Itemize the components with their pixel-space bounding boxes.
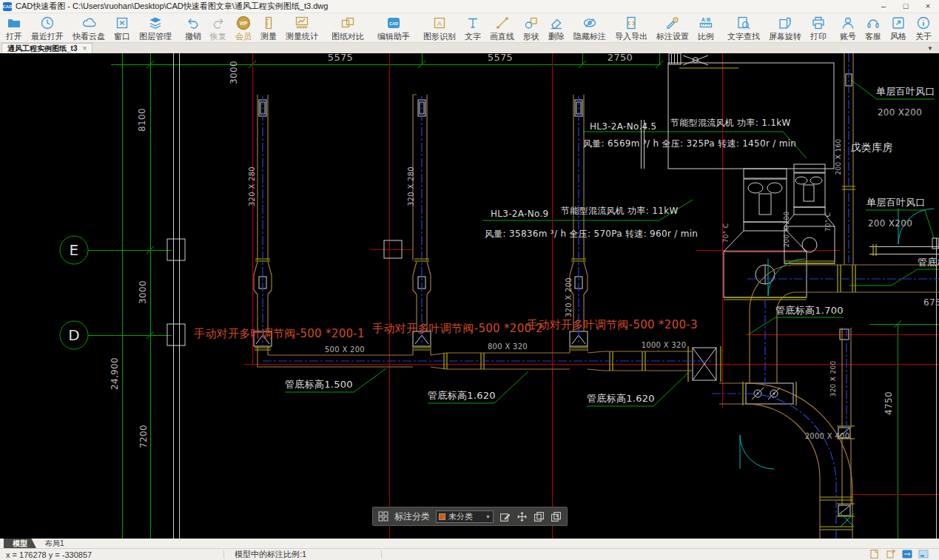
statusbar-export-icon[interactable] xyxy=(886,549,896,560)
tab-overflow-button[interactable]: ▼ xyxy=(927,45,933,52)
tab-model[interactable]: 模型 xyxy=(4,539,36,548)
cad-text: 风量: 6569m ³/ h 全压: 325Pa 转速: 1450r / min xyxy=(583,138,796,149)
print-icon xyxy=(811,14,826,31)
clock-icon xyxy=(40,14,55,31)
toolbar-button-ruler[interactable]: 测量 xyxy=(256,13,281,42)
hide-annotations-icon xyxy=(582,14,597,31)
text-icon xyxy=(465,14,480,31)
tab-close-icon[interactable]: × xyxy=(82,44,87,53)
toolbar-button-label: 文字查找 xyxy=(727,31,760,41)
toolbar-button-hide-annotations[interactable]: 隐藏标注 xyxy=(569,13,610,42)
toolbar-button-cad-assistant[interactable]: CAD编辑助手 xyxy=(373,13,414,42)
undo-icon xyxy=(186,14,201,31)
cad-text: 70° C xyxy=(722,223,730,243)
cad-text-layer: 55755575275030008100300024,9007200ED320 … xyxy=(68,53,939,448)
duplicate-annotation-button[interactable] xyxy=(551,511,562,522)
cad-text: 节能型混流风机 功率: 1.1kW xyxy=(670,118,791,128)
copy-annotation-button[interactable] xyxy=(534,511,545,522)
toolbar-button-shapes[interactable]: 形状 xyxy=(519,13,544,42)
ruler-icon xyxy=(261,14,276,31)
toolbar-button-label: 删除 xyxy=(548,31,565,41)
app-logo-icon: CAD xyxy=(3,2,12,11)
drawing-canvas[interactable]: 55755575275030008100300024,9007200ED320 … xyxy=(0,53,939,539)
toolbar-button-annotation-settings[interactable]: 标注设置 xyxy=(652,13,693,42)
cad-text: 节能型混流风机 功率: 11kW xyxy=(561,206,679,216)
scale-icon: A:B xyxy=(699,14,713,31)
draw-line-icon xyxy=(495,14,510,31)
cad-text: 7200 xyxy=(138,425,149,448)
cad-text: 320 X 200 xyxy=(829,361,837,397)
toolbar-button-style[interactable]: 风格 xyxy=(886,13,911,42)
chevron-down-icon: ▼ xyxy=(485,514,491,519)
toolbar-button-compare[interactable]: 图纸对比 xyxy=(327,13,368,42)
cad-text: 800 X 320 xyxy=(488,343,528,351)
toolbar-button-draw-line[interactable]: 画直线 xyxy=(485,13,519,42)
toolbar-button-label: 最近打开 xyxy=(31,31,64,41)
toolbar-button-label: 测量 xyxy=(260,31,277,41)
cad-text: 风量: 35836m ³/ h 全压: 570Pa 转速: 960r / min xyxy=(485,229,698,239)
shape-recognition-icon: A xyxy=(432,14,447,31)
toolbar-button-text-search[interactable]: 文字查找 xyxy=(723,13,764,42)
cad-text: 3000 xyxy=(138,280,148,304)
cad-white-lines xyxy=(167,53,939,539)
maximize-button[interactable]: □ xyxy=(895,0,917,13)
toolbar-button-label: 打开 xyxy=(6,31,22,41)
cad-text: 2000 X 400 xyxy=(805,432,850,440)
cad-text: 手动对开多叶调节阀-500 *200-2 xyxy=(372,322,543,335)
style-icon xyxy=(891,14,906,31)
cad-text: 2750 xyxy=(608,53,633,63)
grid-view-icon[interactable] xyxy=(378,511,388,522)
toolbar-button-account[interactable]: 账号 xyxy=(835,13,861,42)
status-bar: x = 176278 y = -330857 模型中的标注比例:1 xyxy=(0,548,939,560)
toolbar-button-label: 窗口 xyxy=(114,31,130,41)
toolbar-button-eraser[interactable]: 删除 xyxy=(544,13,569,42)
toolbar-button-layers[interactable]: 图层管理 xyxy=(135,13,176,42)
cad-text: 200 X 200 xyxy=(783,212,790,248)
cad-text: 管底标高1.620 xyxy=(587,393,655,404)
window-icon xyxy=(115,14,129,31)
cad-assistant-icon: CAD xyxy=(386,14,401,31)
toolbar-button-undo[interactable]: 撤销 xyxy=(181,13,206,42)
move-annotation-button[interactable] xyxy=(516,511,528,522)
toolbar-button-redo[interactable]: 恢复 xyxy=(206,13,231,42)
statusbar-pdf-icon[interactable] xyxy=(869,549,880,560)
category-color-swatch xyxy=(439,513,445,520)
toolbar-button-scale[interactable]: A:B比例 xyxy=(693,13,718,42)
toolbar-button-folder-open[interactable]: 打开 xyxy=(1,13,27,42)
toolbar-button-window[interactable]: 窗口 xyxy=(110,13,135,42)
cad-drawing[interactable]: 55755575275030008100300024,9007200ED320 … xyxy=(0,53,939,539)
toolbar-button-label: 会员 xyxy=(235,31,252,41)
toolbar-button-cloud[interactable]: 快看云盘 xyxy=(68,13,110,42)
cad-text: 5575 xyxy=(328,53,353,63)
cad-text: 4750 xyxy=(884,391,894,415)
toolbar-button-support[interactable]: 客服 xyxy=(861,13,886,42)
layout-tab-bar: 模型 布局1 xyxy=(0,539,939,548)
toolbar-button-import-export[interactable]: 导入导出 xyxy=(610,13,652,42)
cad-text: 管底标高1.620 xyxy=(428,390,496,401)
statusbar-window-icon[interactable] xyxy=(918,549,929,560)
edit-annotation-button[interactable] xyxy=(499,511,511,522)
minimize-button[interactable]: – xyxy=(872,0,895,13)
toolbar-button-apps[interactable]: 应用 xyxy=(936,13,939,42)
cad-text: 5575 xyxy=(488,53,513,63)
text-search-icon xyxy=(736,14,751,31)
toolbar-button-label: 账号 xyxy=(840,31,856,41)
toolbar-button-about[interactable]: 关于 xyxy=(911,13,936,42)
close-button[interactable]: × xyxy=(917,0,939,13)
annotation-category-select[interactable]: 未分类 ▼ xyxy=(436,510,494,523)
main-toolbar: 打开最近打开快看云盘窗口图层管理撤销恢复VIP会员测量测量统计图纸对比CAD编辑… xyxy=(0,13,939,43)
toolbar-button-screen-rotate[interactable]: 屏幕旋转 xyxy=(764,13,806,42)
toolbar-button-label: 恢复 xyxy=(210,31,226,41)
toolbar-button-vip[interactable]: VIP会员 xyxy=(231,13,256,42)
cad-text: 单层百叶风口 xyxy=(876,86,935,97)
svg-text:CAD: CAD xyxy=(389,21,398,25)
statusbar-transfer-icon[interactable] xyxy=(902,549,912,560)
toolbar-button-print[interactable]: 打印 xyxy=(806,13,831,42)
document-tab[interactable]: 通风工程实例图纸_t3 × xyxy=(1,43,92,53)
tab-layout1[interactable]: 布局1 xyxy=(36,539,73,548)
toolbar-button-label: 图形识别 xyxy=(423,31,456,41)
toolbar-button-clock[interactable]: 最近打开 xyxy=(27,13,68,42)
toolbar-button-ruler-stats[interactable]: 测量统计 xyxy=(281,13,323,42)
toolbar-button-text[interactable]: 文字 xyxy=(460,13,485,42)
toolbar-button-shape-recognition[interactable]: A图形识别 xyxy=(419,13,460,42)
